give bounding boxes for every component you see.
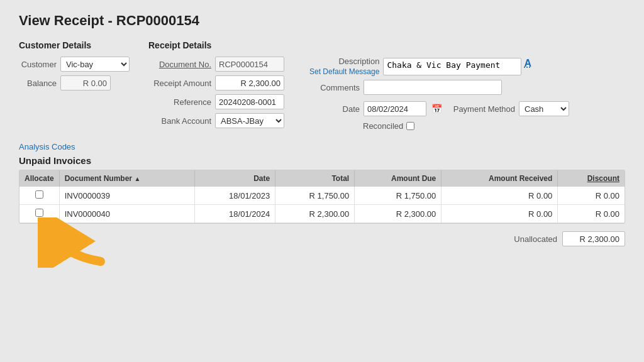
discount-cell: R 0.00 xyxy=(558,205,625,223)
sort-arrow-icon: ▲ xyxy=(134,175,140,182)
reference-label: Reference xyxy=(148,97,211,107)
unallocated-value: R 2,300.00 xyxy=(562,231,625,246)
date-input[interactable] xyxy=(364,101,426,116)
unallocated-label: Unallocated xyxy=(514,234,557,244)
set-default-link[interactable]: Set Default Message xyxy=(309,67,379,76)
balance-label: Balance xyxy=(19,79,57,88)
calendar-icon[interactable]: 📅 xyxy=(431,104,442,114)
date-label: Date xyxy=(309,104,360,114)
table-row: INV0000039 18/01/2023 R 1,750.00 R 1,750… xyxy=(19,187,625,205)
discount-cell: R 0.00 xyxy=(558,187,625,205)
receipt-amount-label: Receipt Amount xyxy=(148,79,211,88)
bank-account-select[interactable]: ABSA-JBay xyxy=(215,113,284,128)
col-total: Total xyxy=(275,170,355,187)
reconciled-checkbox[interactable] xyxy=(406,122,414,130)
col-amount-received: Amount Received xyxy=(441,170,558,187)
date-cell: 18/01/2023 xyxy=(194,187,275,205)
bank-account-label: Bank Account xyxy=(148,116,211,126)
comments-textarea[interactable] xyxy=(364,80,502,95)
col-document-number[interactable]: Document Number ▲ xyxy=(59,170,194,187)
analysis-codes-link[interactable]: Analysis Codes xyxy=(19,142,75,151)
payment-method-select[interactable]: Cash xyxy=(519,101,569,116)
allocate-cell[interactable] xyxy=(19,205,59,223)
balance-input xyxy=(60,75,111,90)
col-date: Date xyxy=(194,170,275,187)
date-cell: 18/01/2024 xyxy=(194,205,275,223)
amount-received-cell: R 0.00 xyxy=(441,205,558,223)
description-label: Description xyxy=(329,57,379,66)
col-allocate: Allocate xyxy=(19,170,59,187)
total-cell: R 1,750.00 xyxy=(275,187,355,205)
invoices-table: Allocate Document Number ▲ Date Total Am… xyxy=(19,170,625,223)
col-discount: Discount xyxy=(558,170,625,187)
description-textarea[interactable]: Chaka & Vic Bay Payment xyxy=(383,58,521,75)
customer-select[interactable]: Vic-bay xyxy=(60,57,130,72)
receipt-amount-input[interactable] xyxy=(215,75,284,90)
reconciled-label: Reconciled xyxy=(363,121,403,131)
allocate-checkbox[interactable] xyxy=(35,190,43,199)
font-format-icon[interactable]: A xyxy=(524,58,531,69)
amount-received-cell: R 0.00 xyxy=(441,187,558,205)
allocate-checkbox[interactable] xyxy=(35,209,43,217)
customer-label: Customer xyxy=(19,60,57,69)
total-cell: R 2,300.00 xyxy=(275,205,355,223)
table-row: INV0000040 18/01/2024 R 2,300.00 R 2,300… xyxy=(19,205,625,223)
doc-no-input xyxy=(215,57,284,72)
receipt-details-title: Receipt Details xyxy=(148,40,284,50)
reference-input[interactable] xyxy=(215,94,284,109)
doc-no-label: Document No. xyxy=(148,60,211,69)
payment-method-label: Payment Method xyxy=(446,104,515,114)
allocate-cell[interactable] xyxy=(19,187,59,205)
unallocated-row: Unallocated R 2,300.00 xyxy=(19,231,625,246)
amount-due-cell: R 1,750.00 xyxy=(355,187,441,205)
doc-number-cell: INV0000040 xyxy=(59,205,194,223)
unpaid-invoices-title: Unpaid Invoices xyxy=(19,155,625,166)
page-title: View Receipt - RCP0000154 xyxy=(19,13,625,29)
col-amount-due: Amount Due xyxy=(355,170,441,187)
invoices-table-container: Allocate Document Number ▲ Date Total Am… xyxy=(19,170,625,224)
comments-label: Comments xyxy=(309,83,360,92)
amount-due-cell: R 2,300.00 xyxy=(355,205,441,223)
customer-details-title: Customer Details xyxy=(19,40,130,50)
doc-number-cell: INV0000039 xyxy=(59,187,194,205)
